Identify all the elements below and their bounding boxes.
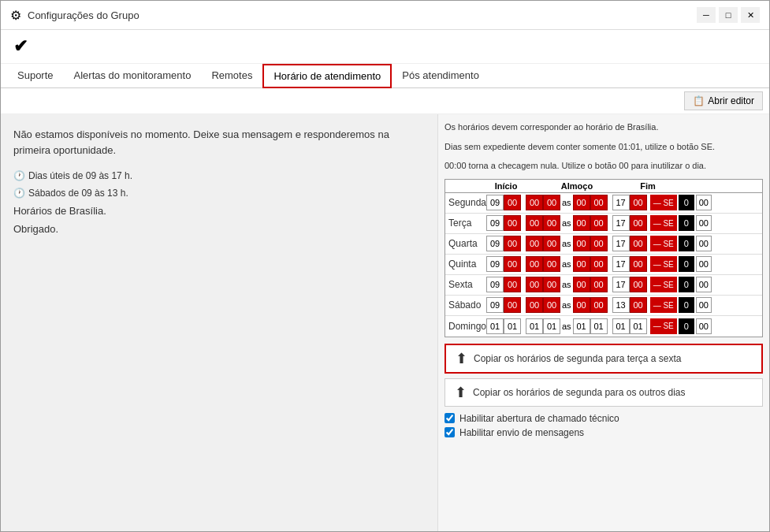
almoco-eh-2[interactable]: 00: [573, 236, 590, 251]
inicio-m-4[interactable]: 00: [504, 277, 521, 292]
header-almoco: Almoço: [541, 180, 612, 192]
almoco-em-0[interactable]: 00: [590, 195, 608, 210]
clock-icon-1: 🕐: [13, 170, 25, 181]
fim-m-4[interactable]: 00: [630, 277, 647, 292]
zero-box-black-3[interactable]: 0: [679, 256, 694, 272]
fim-m-1[interactable]: 00: [630, 215, 647, 231]
almoco-sh-6[interactable]: 01: [526, 318, 543, 334]
se-button-0[interactable]: — SE: [650, 195, 677, 210]
almoco-sh-5[interactable]: 00: [526, 297, 543, 313]
minimize-button[interactable]: ─: [697, 7, 716, 23]
se-button-2[interactable]: — SE: [650, 236, 677, 251]
zero-box-white-5[interactable]: 00: [696, 297, 712, 313]
almoco-sh-1[interactable]: 00: [526, 215, 543, 231]
almoco-sm-1[interactable]: 00: [543, 215, 560, 231]
almoco-em-4[interactable]: 00: [590, 277, 608, 292]
zero-box-white-2[interactable]: 00: [696, 236, 712, 251]
fim-m-3[interactable]: 00: [630, 256, 647, 272]
checkbox-chamado[interactable]: [445, 413, 455, 423]
almoco-em-5[interactable]: 00: [590, 297, 608, 313]
inicio-h-0[interactable]: 09: [486, 195, 504, 210]
copy-button-2[interactable]: ⬆ Copiar os horários de segunda para os …: [445, 378, 763, 407]
close-button[interactable]: ✕: [741, 7, 760, 23]
checkbox-mensagens[interactable]: [445, 427, 455, 437]
inicio-m-6[interactable]: 01: [504, 318, 521, 334]
tab-horario[interactable]: Horário de atendimento: [262, 64, 392, 88]
zero-box-black-6[interactable]: 0: [679, 318, 694, 334]
zero-box-black-0[interactable]: 0: [679, 195, 694, 210]
se-button-6[interactable]: — SE: [650, 318, 677, 334]
zero-box-white-1[interactable]: 00: [696, 215, 712, 231]
almoco-em-3[interactable]: 00: [590, 256, 608, 272]
almoco-sh-4[interactable]: 00: [526, 277, 543, 292]
schedule-row-segunda: Segunda 09 00 00 00 as 00 00 17 00 — SE …: [445, 193, 762, 214]
inicio-m-5[interactable]: 00: [504, 297, 521, 313]
inicio-h-1[interactable]: 09: [486, 215, 504, 231]
inicio-m-3[interactable]: 00: [504, 256, 521, 272]
title-bar-left: ⚙ Configurações do Grupo: [10, 8, 139, 23]
almoco-eh-5[interactable]: 00: [573, 297, 590, 313]
se-button-1[interactable]: — SE: [650, 215, 677, 231]
fim-m-0[interactable]: 00: [630, 195, 647, 210]
inicio-m-0[interactable]: 00: [504, 195, 521, 210]
fim-h-0[interactable]: 17: [612, 195, 630, 210]
inicio-m-1[interactable]: 00: [504, 215, 521, 231]
inicio-h-6[interactable]: 01: [486, 318, 504, 334]
inicio-h-3[interactable]: 09: [486, 256, 504, 272]
almoco-sh-3[interactable]: 00: [526, 256, 543, 272]
inicio-pair-1: 09 00: [486, 215, 521, 231]
fim-h-3[interactable]: 17: [612, 256, 630, 272]
almoco-eh-3[interactable]: 00: [573, 256, 590, 272]
almoco-eh-4[interactable]: 00: [573, 277, 590, 292]
almoco-sm-0[interactable]: 00: [543, 195, 560, 210]
inicio-pair-5: 09 00: [486, 297, 521, 313]
almoco-sm-3[interactable]: 00: [543, 256, 560, 272]
almoco-sm-2[interactable]: 00: [543, 236, 560, 251]
tab-remotes[interactable]: Remotes: [201, 64, 262, 88]
maximize-button[interactable]: □: [719, 7, 738, 23]
zero-box-white-6[interactable]: 00: [696, 318, 712, 334]
copy-button-1[interactable]: ⬆ Copiar os horários de segunda para ter…: [445, 344, 763, 374]
fim-m-5[interactable]: 00: [630, 297, 647, 313]
fim-h-4[interactable]: 17: [612, 277, 630, 292]
inicio-pair-3: 09 00: [486, 256, 521, 272]
checkbox-item-2: Habilitar envio de mensagens: [445, 427, 763, 438]
almoco-start-pair-6: 01 01: [526, 318, 560, 334]
se-button-3[interactable]: — SE: [650, 256, 677, 272]
zero-box-white-4[interactable]: 00: [696, 277, 712, 292]
tab-suporte[interactable]: Suporte: [7, 64, 64, 88]
almoco-eh-1[interactable]: 00: [573, 215, 590, 231]
se-button-5[interactable]: — SE: [650, 297, 677, 313]
almoco-eh-6[interactable]: 01: [573, 318, 590, 334]
tab-alertas[interactable]: Alertas do monitoramento: [64, 64, 202, 88]
abrir-editor-button[interactable]: 📋 Abrir editor: [684, 91, 763, 110]
inicio-m-2[interactable]: 00: [504, 236, 521, 251]
zero-box-white-3[interactable]: 00: [696, 256, 712, 272]
almoco-sm-5[interactable]: 00: [543, 297, 560, 313]
fim-h-1[interactable]: 17: [612, 215, 630, 231]
fim-h-2[interactable]: 17: [612, 236, 630, 251]
almoco-em-6[interactable]: 01: [590, 318, 608, 334]
inicio-h-5[interactable]: 09: [486, 297, 504, 313]
inicio-h-4[interactable]: 09: [486, 277, 504, 292]
almoco-sh-0[interactable]: 00: [526, 195, 543, 210]
tab-pos[interactable]: Pós atendimento: [392, 64, 489, 88]
almoco-eh-0[interactable]: 00: [573, 195, 590, 210]
zero-box-white-0[interactable]: 00: [696, 195, 712, 210]
zero-box-black-1[interactable]: 0: [679, 215, 694, 231]
almoco-em-1[interactable]: 00: [590, 215, 608, 231]
fim-m-2[interactable]: 00: [630, 236, 647, 251]
inicio-h-2[interactable]: 09: [486, 236, 504, 251]
almoco-sh-2[interactable]: 00: [526, 236, 543, 251]
zero-box-black-5[interactable]: 0: [679, 297, 694, 313]
fim-h-5[interactable]: 13: [612, 297, 630, 313]
zero-box-black-4[interactable]: 0: [679, 277, 694, 292]
se-button-4[interactable]: — SE: [650, 277, 677, 292]
almoco-em-2[interactable]: 00: [590, 236, 608, 251]
fim-m-6[interactable]: 01: [630, 318, 647, 334]
fim-h-6[interactable]: 01: [612, 318, 630, 334]
copy-icon-2: ⬆: [455, 384, 467, 401]
almoco-sm-4[interactable]: 00: [543, 277, 560, 292]
almoco-sm-6[interactable]: 01: [543, 318, 560, 334]
zero-box-black-2[interactable]: 0: [679, 236, 694, 251]
